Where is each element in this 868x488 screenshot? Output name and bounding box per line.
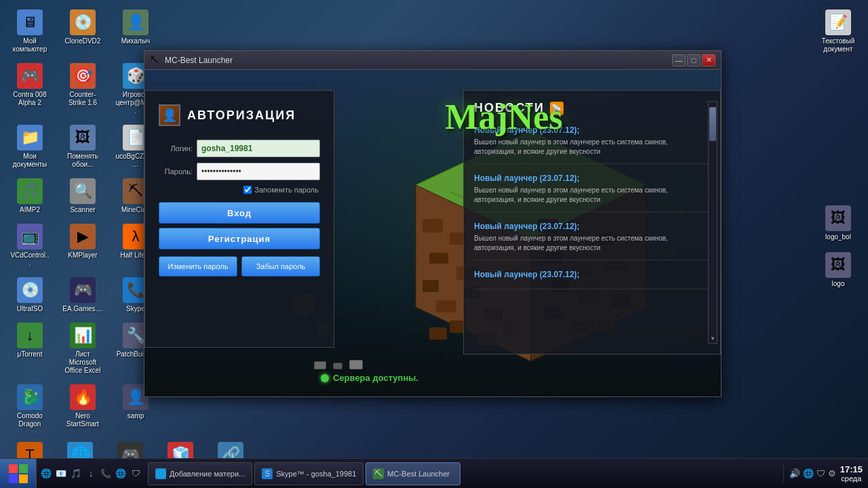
desktop-icon-kmplayer[interactable]: ▶ KMPlayer: [60, 221, 106, 270]
taskbar-chrome-icon[interactable]: 🌐: [114, 467, 127, 481]
news-item-4-title[interactable]: Новый лаунчер (23.07.12);: [474, 270, 710, 279]
login-button[interactable]: Вход: [159, 202, 320, 224]
svg-rect-16: [429, 327, 447, 340]
taskbar-item-material[interactable]: 🌐 Добавление матери...: [148, 462, 252, 485]
utorrent-label: μTorrent: [18, 350, 43, 359]
desktop-icon-my-docs[interactable]: 📁 Мои документы: [7, 122, 53, 171]
my-docs-label: Мои документы: [9, 152, 50, 169]
login-label: Логин:: [159, 144, 193, 152]
excel-label: Лист Microsoft Office Excel: [62, 350, 103, 375]
my-computer-icon: 🖥: [17, 9, 43, 35]
taskbar: 🌐 📧 🎵 ↓ 📞 🌐 🛡 🌐 Добавление матери... S S…: [0, 458, 868, 488]
cs16-label: Counter-Strike 1.6: [62, 91, 103, 107]
taskbar-email-icon[interactable]: 📧: [54, 467, 68, 481]
aimp2-label: AIMP2: [20, 206, 40, 214]
tray-language-icon[interactable]: 🌐: [803, 468, 814, 479]
vcdcontrol-icon: 📺: [17, 224, 43, 249]
news-item-3-title[interactable]: Новый лаунчер (23.07.12);: [474, 222, 710, 231]
news-scrollbar[interactable]: ▼: [708, 101, 717, 344]
ultraiso-label: UltraISO: [17, 305, 43, 313]
my-docs-icon: 📁: [17, 125, 43, 150]
desktop-icon-change-wallpaper[interactable]: 🖼 Поменять обои...: [60, 122, 106, 171]
news-item-1-desc: Вышел новый лаунчер в этом лаунчере есть…: [474, 138, 710, 157]
close-button[interactable]: ✕: [702, 54, 715, 66]
login-input[interactable]: [197, 140, 320, 157]
auth-avatar: 👤: [159, 104, 180, 126]
taskbar-item-launcher[interactable]: ⛏ MC-Best Launcher: [366, 462, 460, 485]
desktop-icon-vcdcontrol[interactable]: 📺 VCdControl...: [7, 221, 53, 270]
logo-icon: 🖼: [825, 252, 851, 278]
taskbar-item-skype[interactable]: S Skype™ - gosha_19981: [254, 462, 363, 485]
scrollbar-down-arrow[interactable]: ▼: [709, 333, 717, 343]
news-item-3: Новый лаунчер (23.07.12); Вышел новый ла…: [474, 222, 710, 260]
desktop-icon-comodo[interactable]: 🐉 Comodo Dragon: [7, 382, 53, 431]
register-button[interactable]: Регистрация: [159, 228, 320, 249]
launcher-window: ⛏ MC-Best Launcher — □ ✕ MajNes: [144, 50, 722, 397]
desktop-icon-scanner[interactable]: 🔍 Scanner: [60, 176, 106, 217]
tray-extra-icon[interactable]: ⚙: [828, 468, 836, 479]
taskbar-extra-icon[interactable]: 🛡: [129, 467, 142, 481]
skype-label: Skype: [126, 305, 145, 313]
desktop-icon-clonedvd2[interactable]: 💿 CloneDVD2: [60, 7, 106, 56]
window-app-icon: ⛏: [150, 55, 161, 66]
news-item-2-title[interactable]: Новый лаунчер (23.07.12);: [474, 174, 710, 183]
password-row: Пароль:: [159, 163, 320, 180]
remember-checkbox[interactable]: [243, 186, 252, 194]
desktop-icon-cs16[interactable]: 🎯 Counter-Strike 1.6: [60, 60, 106, 118]
extra-buttons-row: Изменить пароль Забыл пароль: [159, 256, 320, 277]
scanner-label: Scanner: [70, 206, 95, 214]
launcher-body: MajNes: [144, 70, 721, 396]
taskbar-browser-icon[interactable]: 🌐: [39, 467, 53, 481]
comodo-icon: 🐉: [17, 384, 43, 410]
desktop-icon-nero[interactable]: 🔥 Nero StartSmart: [60, 382, 106, 431]
minimize-button[interactable]: —: [672, 54, 686, 66]
maximize-button[interactable]: □: [687, 54, 701, 66]
win-logo-q3: [9, 474, 18, 483]
system-clock[interactable]: 17:15 среда: [840, 464, 863, 483]
text-doc-label: Текстовый документ: [818, 37, 859, 54]
desktop-icon-contra008[interactable]: 🎮 Contra 008 Alpha 2: [7, 60, 53, 118]
change-wallpaper-label: Поменять обои...: [62, 152, 103, 169]
desktop-icon-logo-bol[interactable]: 🖼 logo_bol: [815, 203, 861, 244]
win-logo-q1: [9, 464, 18, 473]
start-button[interactable]: [0, 459, 37, 489]
launcher-brand-name: MajNes: [287, 97, 721, 137]
desktop-icon-ea-games[interactable]: 🎮 EA.Games....: [60, 274, 106, 316]
kmplayer-icon: ▶: [70, 224, 96, 249]
win-logo-q4: [19, 474, 28, 483]
tray-antivirus-icon[interactable]: 🛡: [816, 468, 825, 479]
taskbar-launcher-tab-icon: ⛏: [373, 468, 384, 479]
text-doc-icon: 📝: [825, 9, 851, 35]
forgot-password-button[interactable]: Забыл пароль: [241, 256, 320, 277]
login-row: Логин:: [159, 140, 320, 157]
stone-2: [333, 363, 342, 369]
nero-icon: 🔥: [70, 384, 96, 410]
taskbar-item-material-label: Добавление матери...: [170, 470, 245, 478]
desktop-icon-logo[interactable]: 🖼 logo: [815, 249, 861, 291]
desktop-icon-text-doc[interactable]: 📝 Текстовый документ: [815, 7, 861, 56]
desktop-icons-right: 📝 Текстовый документ 🖼 logo_bol 🖼 logo: [815, 7, 861, 296]
auth-title: АВТОРИЗАЦИЯ: [187, 108, 296, 123]
change-wallpaper-icon: 🖼: [70, 125, 96, 150]
taskbar-torrent-icon[interactable]: ↓: [84, 467, 98, 481]
desktop-icon-my-computer[interactable]: 🖥 Мой компьютер: [7, 7, 53, 56]
change-password-button[interactable]: Изменить пароль: [159, 256, 237, 277]
taskbar-item-launcher-label: MC-Best Launcher: [387, 470, 450, 478]
window-controls: — □ ✕: [672, 54, 715, 66]
desktop-icon-aimp2[interactable]: 🎵 AIMP2: [7, 176, 53, 217]
desktop-icon-ultraiso[interactable]: 💿 UltraISO: [7, 274, 53, 316]
tray-network-icon[interactable]: 🔊: [789, 468, 800, 479]
password-input[interactable]: [197, 163, 320, 180]
contra008-icon: 🎮: [17, 63, 43, 89]
status-indicator: [321, 374, 329, 382]
desktop-icon-mikhalych[interactable]: 👤 Михалыч: [113, 7, 159, 56]
taskbar-skype-icon[interactable]: 📞: [99, 467, 113, 481]
password-label: Пароль:: [159, 167, 193, 176]
desktop-icon-excel[interactable]: 📊 Лист Microsoft Office Excel: [60, 320, 106, 378]
desktop-icon-utorrent[interactable]: ↓ μTorrent: [7, 320, 53, 378]
ultraiso-icon: 💿: [17, 277, 43, 303]
taskbar-browser-tab-icon: 🌐: [155, 468, 166, 479]
taskbar-media-icon[interactable]: 🎵: [69, 467, 83, 481]
comodo-label: Comodo Dragon: [9, 412, 50, 428]
tray-icons: 🔊 🌐 🛡 ⚙: [789, 468, 836, 479]
